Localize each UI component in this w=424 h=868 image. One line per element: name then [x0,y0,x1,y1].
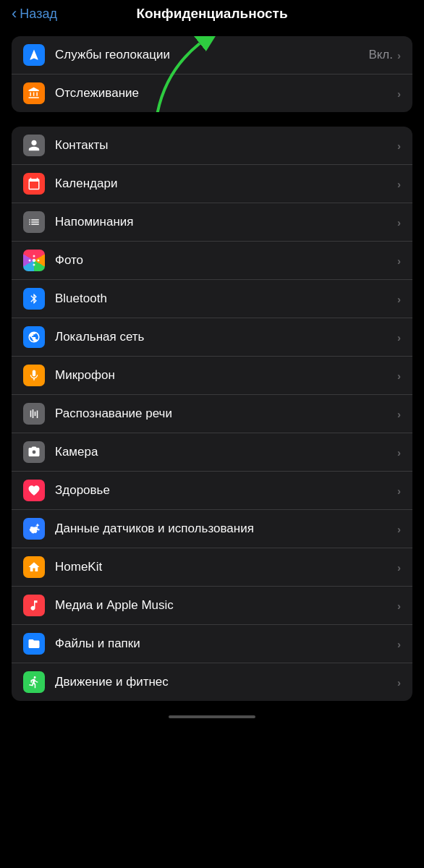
photos-chevron-icon: › [397,255,401,267]
calendar-label: Календари [55,176,397,191]
fitness-item[interactable]: Движение и фитнес › [12,663,412,701]
bluetooth-item[interactable]: Bluetooth › [12,280,412,318]
microphone-item[interactable]: Микрофон › [12,357,412,395]
bluetooth-chevron-icon: › [397,293,401,305]
camera-item[interactable]: Камера › [12,433,412,472]
page-title: Конфиденциальность [136,6,287,22]
fitness-label: Движение и фитнес [55,675,397,689]
applemusic-label: Медиа и Apple Music [55,598,397,613]
photos-flower-icon [27,254,41,267]
speechrecog-item[interactable]: Распознавание речи › [12,395,412,433]
top-section: Службы геолокации Вкл. › Отслеживание › [12,36,412,112]
tracking-label: Отслеживание [55,86,397,101]
files-icon [23,633,45,655]
globe-icon [27,331,41,344]
files-item[interactable]: Файлы и папки › [12,625,412,663]
motiondata-label: Данные датчиков и использования [55,522,397,536]
speechrecog-label: Распознавание речи [55,407,397,421]
localnetwork-item[interactable]: Локальная сеть › [12,318,412,357]
bluetooth-icon [23,288,45,310]
applemusic-chevron-icon: › [397,600,401,612]
camera-icon [23,441,45,463]
localnetwork-icon [23,326,45,348]
calendar-item[interactable]: Календари › [12,165,412,203]
back-label: Назад [20,7,57,22]
homekit-label: HomeKit [55,560,397,574]
bluetooth-symbol-icon [28,292,40,305]
reminders-item[interactable]: Напоминания › [12,203,412,242]
music-note-icon [27,599,41,612]
bluetooth-label: Bluetooth [55,292,397,306]
health-item[interactable]: Здоровье › [12,472,412,510]
health-icon [23,480,45,501]
speechrecog-icon [23,403,45,425]
camera-label: Камера [55,445,397,459]
home-icon [27,561,41,574]
nav-bar: ‹ Назад Конфиденциальность [0,0,424,30]
health-label: Здоровье [55,483,397,498]
photos-label: Фото [55,253,397,268]
localnetwork-label: Локальная сеть [55,330,397,344]
applemusic-item[interactable]: Медиа и Apple Music › [12,587,412,625]
back-button[interactable]: ‹ Назад [12,6,57,22]
homekit-item[interactable]: HomeKit › [12,548,412,587]
microphone-icon [23,365,45,386]
main-section: Контакты › Календари › Напоминания › Ф [12,127,412,701]
photos-item[interactable]: Фото › [12,242,412,280]
reminders-list-icon [27,216,41,229]
fitness-icon [23,671,45,693]
chevron-icon: › [397,49,401,61]
homekit-chevron-icon: › [397,561,401,574]
localnetwork-chevron-icon: › [397,331,401,344]
mic-icon [27,369,41,382]
contacts-person-icon [27,139,41,152]
motiondata-chevron-icon: › [397,523,401,535]
heart-icon [27,484,41,497]
microphone-label: Микрофон [55,368,397,383]
health-chevron-icon: › [397,485,401,497]
sensor-icon [27,522,41,535]
camera-lens-icon [27,446,41,459]
tracking-chevron-icon: › [397,88,401,100]
location-arrow-icon [27,48,41,61]
back-chevron-icon: ‹ [12,6,17,22]
location-services-label: Службы геолокации [55,48,368,62]
fitness-run-icon [27,676,41,689]
files-label: Файлы и папки [55,637,397,651]
scroll-indicator [169,715,255,718]
microphone-chevron-icon: › [397,370,401,382]
location-services-value: Вкл. [368,48,393,62]
contacts-chevron-icon: › [397,140,401,152]
calendar-grid-icon [27,177,41,190]
contacts-icon [23,135,45,156]
applemusic-icon [23,595,45,616]
svg-point-1 [33,259,36,263]
tracking-icon [23,82,45,104]
folder-icon [27,637,41,650]
speechrecog-chevron-icon: › [397,408,401,420]
photos-icon [23,250,45,271]
location-services-icon [23,44,45,66]
motiondata-item[interactable]: Данные датчиков и использования › [12,510,412,548]
waveform-icon [27,407,41,420]
reminders-icon [23,211,45,233]
files-chevron-icon: › [397,638,401,650]
tracking-item[interactable]: Отслеживание › [12,75,412,112]
fitness-chevron-icon: › [397,676,401,689]
reminders-chevron-icon: › [397,216,401,229]
contacts-label: Контакты [55,138,397,153]
motiondata-icon [23,518,45,540]
location-services-item[interactable]: Службы геолокации Вкл. › [12,36,412,75]
camera-chevron-icon: › [397,446,401,459]
contacts-item[interactable]: Контакты › [12,127,412,165]
tracking-arrow-icon [27,87,41,100]
reminders-label: Напоминания [55,215,397,229]
homekit-icon [23,556,45,578]
calendar-icon [23,173,45,195]
calendar-chevron-icon: › [397,178,401,190]
